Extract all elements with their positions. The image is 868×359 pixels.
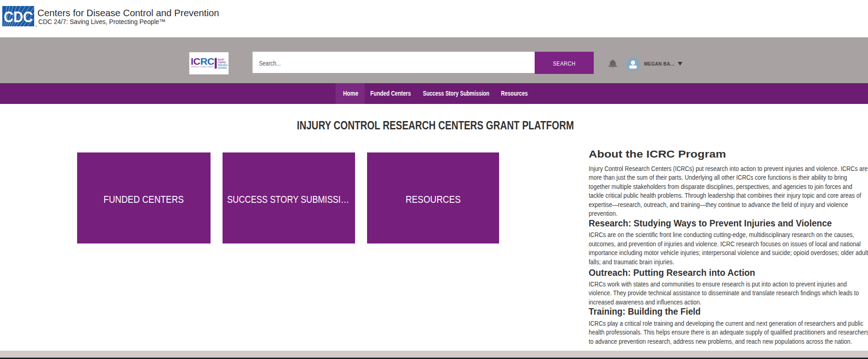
svg-text:™: ™ bbox=[35, 25, 37, 28]
svg-text:CENTERS: CENTERS bbox=[218, 67, 227, 69]
svg-text:ICRC: ICRC bbox=[191, 56, 215, 67]
svg-text:RESEARCH | OUTREACH | TRAINING: RESEARCH | OUTREACH | TRAINING bbox=[191, 66, 214, 68]
svg-text:CDC: CDC bbox=[4, 8, 33, 25]
